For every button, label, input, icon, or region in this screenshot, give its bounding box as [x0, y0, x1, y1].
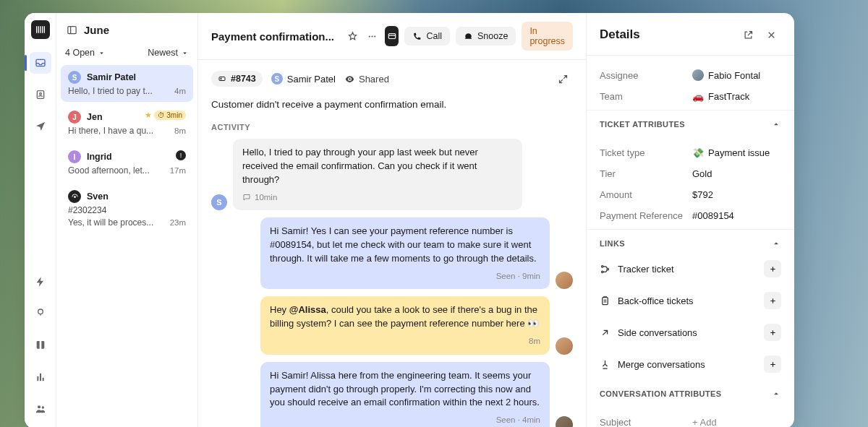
link-merge[interactable]: Merge conversations [587, 348, 794, 380]
ticket-id-tag[interactable]: #8743 [211, 71, 263, 87]
svg-rect-11 [388, 34, 395, 39]
tier-value[interactable]: Gold [692, 168, 781, 179]
chevron-up-icon [771, 238, 781, 249]
message-incoming: Hello, I tried to pay through your app l… [233, 139, 522, 210]
star-icon: ★ [145, 111, 152, 120]
rail-help[interactable] [30, 303, 51, 324]
conv-attributes-header[interactable]: CONVERSATION ATTRIBUTES [587, 380, 794, 403]
inbox-item[interactable]: J Jen ★ ⏱ 3min Hi there, I have a qu... … [61, 105, 193, 142]
more-button[interactable] [365, 26, 379, 46]
inbox-item[interactable]: Sven #2302234 Yes, it will be proces... … [61, 184, 193, 233]
inbox-item-time: 8m [174, 126, 186, 135]
customer-chip[interactable]: S Samir Patel [271, 73, 336, 85]
close-conversation-button[interactable] [385, 26, 399, 46]
chevron-up-icon [771, 119, 781, 129]
add-link-button[interactable] [764, 355, 781, 373]
links-section: Tracker ticket Back-office tickets Side … [587, 253, 794, 380]
panel-toggle-icon[interactable] [65, 23, 78, 36]
rail-send[interactable] [30, 116, 51, 137]
inbox-item-name: Ingrid [87, 152, 112, 162]
link-tracker-ticket[interactable]: Tracker ticket [587, 253, 794, 285]
nav-rail [25, 13, 56, 427]
priority-badge: ⏱ 3min [154, 111, 186, 120]
shared-indicator[interactable]: Shared [344, 74, 389, 85]
inbox-item-preview: Hello, I tried to pay t... [68, 86, 170, 96]
message-outgoing: Hi Samir! Alissa here from the engineeri… [260, 362, 550, 427]
clipboard-icon [600, 296, 610, 306]
svg-point-18 [607, 268, 609, 270]
conversation-description: Customer didn't receive a payment confir… [198, 95, 586, 120]
ticket-attributes-header[interactable]: TICKET ATTRIBUTES [587, 111, 794, 134]
app-logo[interactable] [31, 20, 50, 39]
message-outgoing: Hi Samir! Yes I can see your payment ref… [260, 217, 550, 289]
team-value[interactable]: 🚗FastTrack [692, 91, 781, 102]
svg-point-5 [41, 406, 43, 408]
inbox-item-time: 23m [170, 218, 186, 227]
add-subject-button[interactable]: + Add [692, 417, 781, 427]
chevron-up-icon [771, 389, 781, 399]
add-link-button[interactable] [764, 324, 781, 341]
avatar [692, 69, 704, 81]
row-label: Amount [600, 189, 692, 200]
bot-avatar [68, 190, 81, 203]
details-panel: Details Assignee Fabio Fontal Team 🚗Fast… [586, 13, 794, 427]
rail-book[interactable] [30, 335, 51, 356]
chat-icon [242, 193, 251, 202]
svg-point-8 [369, 35, 370, 37]
rail-inbox[interactable] [30, 52, 51, 74]
link-side-conversations[interactable]: Side conversations [587, 316, 794, 348]
svg-point-3 [38, 309, 43, 314]
conv-attributes-section: Subject + Add [587, 403, 794, 427]
call-button[interactable]: Call [404, 27, 450, 46]
conversation-panel: Payment confirmation... Call Snooze In p… [198, 13, 586, 427]
inbox-item[interactable]: I Ingrid ! Good afternoon, let... 17m [61, 145, 193, 181]
branch-icon [600, 264, 610, 275]
workspace-title: June [84, 24, 109, 36]
links-header[interactable]: LINKS [587, 230, 794, 253]
assignee-value[interactable]: Fabio Fontal [692, 69, 781, 81]
inbox-item-preview: Hi there, I have a qu... [68, 126, 170, 136]
inbox-item[interactable]: S Samir Patel Hello, I tried to pay t...… [61, 65, 193, 102]
alert-icon: ! [176, 150, 186, 160]
avatar: S [68, 71, 81, 84]
inbox-item-time: 4m [174, 87, 186, 95]
rail-reports[interactable] [30, 366, 51, 388]
svg-point-16 [602, 265, 604, 267]
rail-bolt[interactable] [30, 271, 51, 293]
assignee-label: Assignee [600, 70, 692, 81]
filter-dropdown[interactable]: 4 Open [65, 48, 106, 58]
inbox-item-preview: Good afternoon, let... [68, 165, 166, 176]
add-link-button[interactable] [764, 292, 781, 309]
svg-point-9 [372, 35, 373, 37]
svg-rect-6 [67, 26, 75, 33]
svg-point-7 [74, 196, 76, 198]
amount-value[interactable]: $792 [692, 189, 781, 200]
svg-point-10 [374, 35, 375, 37]
row-label: Ticket type [600, 147, 692, 158]
status-pill[interactable]: In progress [522, 22, 573, 51]
payref-value[interactable]: #0089154 [692, 210, 781, 221]
star-button[interactable] [346, 26, 359, 46]
rail-people[interactable] [30, 398, 51, 420]
message-thread: S Hello, I tried to pay through your app… [198, 139, 586, 427]
inbox-item-preview: Yes, it will be proces... [68, 217, 166, 228]
open-external-button[interactable] [738, 25, 758, 45]
snooze-button[interactable]: Snooze [456, 27, 516, 46]
avatar: S [271, 73, 283, 85]
rail-contacts[interactable] [30, 84, 51, 105]
ticket-attributes-section: Ticket type 💸Payment issue Tier Gold Amo… [587, 134, 794, 230]
close-details-button[interactable] [761, 25, 781, 45]
chevron-down-icon [98, 49, 106, 57]
merge-icon [600, 359, 610, 370]
sort-dropdown[interactable]: Newest [148, 48, 189, 58]
link-backoffice[interactable]: Back-office tickets [587, 285, 794, 316]
svg-point-12 [221, 78, 222, 79]
ticket-type-value[interactable]: 💸Payment issue [692, 147, 781, 158]
message-note: Hey @Alissa, could you take a look to se… [260, 296, 550, 354]
expand-button[interactable] [553, 69, 573, 89]
add-link-button[interactable] [764, 260, 781, 277]
row-label: Tier [600, 168, 692, 179]
inbox-item-ref: #2302234 [68, 205, 186, 215]
agent-avatar [556, 272, 573, 289]
team-label: Team [600, 91, 692, 102]
